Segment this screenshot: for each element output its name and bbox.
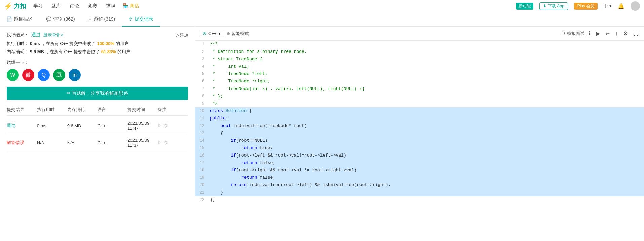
line-number: 5 [195,70,209,78]
logo[interactable]: ⚡ 力扣 [4,2,26,10]
avatar[interactable] [631,1,640,11]
download-app-button[interactable]: ⬇ 下载 App [539,2,568,10]
sub-add-1[interactable]: ▷ 添 [158,123,188,129]
code-line: 5 * TreeNode *left; [195,70,644,78]
nav-store[interactable]: 🏪 商店 [123,3,139,9]
sub-time-1: 0 ms [37,123,67,128]
nav-jobs[interactable]: 求职 [105,3,117,9]
comments-icon: 💬 [46,16,51,22]
line-content: } [209,189,644,196]
line-number: 8 [195,93,209,100]
plus-member-button[interactable]: Plus 会员 [574,3,598,10]
execution-time-row: 执行用时： 0 ms ，在所有 C++ 提交中击败了 100.00% 的用户 [7,41,188,47]
line-number: 15 [195,144,209,152]
code-line: 17 return false; [195,159,644,167]
tab-submissions-label: 提交记录 [135,16,153,22]
language-selector[interactable]: 中 ▾ [604,3,612,9]
sub-time-2: N/A [37,140,67,145]
nav-problems[interactable]: 题库 [50,3,62,9]
code-line: 8 * }; [195,93,644,100]
execution-result-section: 执行结果： 通过 显示详情 > ▷ 添加 执行用时： 0 ms ，在所有 C++… [7,32,188,55]
line-number: 16 [195,152,209,159]
line-content: return isUnivalTree(root->left) && isUni… [209,181,644,189]
nav-contest[interactable]: 竞赛 [86,3,99,9]
share-linkedin-button[interactable]: in [69,69,81,81]
logo-text: 力扣 [14,2,26,10]
line-content: * int val; [209,63,644,70]
code-editor[interactable]: 1/**2 * Definition for a binary tree nod… [195,41,644,241]
col-note: 备注 [158,107,188,113]
share-douban-button[interactable]: 豆 [53,69,65,81]
notification-icon[interactable]: 🔔 [618,3,624,9]
exec-time-suffix: 的用户 [116,41,129,47]
code-line: 16 if(root->left && root->val!=root->lef… [195,152,644,159]
col-submittime: 提交时间 [127,107,158,113]
language-selector[interactable]: ⊙ C++ ▾ [199,30,224,37]
write-solution-button[interactable]: ✏ 写题解，分享我的解题思路 [7,87,188,100]
line-number: 1 [195,41,209,48]
line-content: class Solution { [209,107,644,115]
execution-status: 通过 [31,32,41,38]
code-line: 15 return true; [195,144,644,152]
code-line: 7 * TreeNode(int x) : val(x), left(NULL)… [195,85,644,93]
tab-description[interactable]: 📄 题目描述 [0,12,39,27]
nav-discuss[interactable]: 讨论 [68,3,80,9]
line-content: * TreeNode *left; [209,70,644,78]
sub-add-2[interactable]: ▷ 添 [158,140,188,146]
code-line: 14 if(root==NULL) [195,137,644,144]
line-content: * Definition for a binary tree node. [209,48,644,56]
col-lang: 语言 [97,107,127,113]
code-line: 12 bool isUnivalTree(TreeNode* root) [195,122,644,130]
line-content: return false; [209,159,644,167]
share-qq-button[interactable]: Q [38,69,50,81]
col-memory: 内存消耗 [67,107,98,113]
smart-mode-toggle[interactable]: 智能模式 [227,31,249,37]
submissions-section: 提交结果 执行用时 内存消耗 语言 提交时间 备注 通过 0 ms 9.6 MB… [7,107,188,151]
share-weibo-button[interactable]: 微 [22,69,34,81]
line-content: bool isUnivalTree(TreeNode* root) [209,122,644,130]
line-number: 21 [195,189,209,196]
right-panel: ⊙ C++ ▾ 智能模式 ⏱ 模拟面试 ℹ ▶ ↩ ↕ ⚙ ⛶ 1/**2 * … [195,27,644,241]
line-number: 22 [195,196,209,204]
tab-solutions[interactable]: △ 题解 (319) [82,12,122,27]
line-number: 9 [195,100,209,107]
memory-suffix: 的用户 [117,49,130,55]
share-section: 炫耀一下： W 微 Q 豆 in [7,60,188,81]
line-number: 3 [195,56,209,63]
left-panel: 执行结果： 通过 显示详情 > ▷ 添加 执行用时： 0 ms ，在所有 C++… [0,27,195,241]
sub-submittime-2: 2021/05/09 11:37 [127,138,158,148]
exec-time-desc: ，在所有 C++ 提交中击败了 [41,41,96,47]
submission-row-1: 通过 0 ms 9.6 MB C++ 2021/05/09 11:47 ▷ 添 [7,117,188,134]
line-content: * }; [209,93,644,100]
mock-interview-label: 模拟面试 [567,31,584,37]
undo-icon[interactable]: ↩ [604,30,611,37]
add-button[interactable]: ▷ 添加 [176,32,188,38]
show-detail-link[interactable]: 显示详情 > [43,32,63,38]
terminal-icon[interactable]: ↕ [614,31,619,37]
tab-comments[interactable]: 💬 评论 (362) [39,12,82,27]
share-wechat-button[interactable]: W [7,69,19,81]
tabs-bar: 📄 题目描述 💬 评论 (362) △ 题解 (319) ⏱ 提交记录 [0,12,644,27]
info-icon[interactable]: ℹ [587,30,592,37]
run-icon[interactable]: ▶ [595,30,601,37]
nav-learn[interactable]: 学习 [32,3,44,9]
sub-status-2[interactable]: 解答错误 [7,140,37,146]
memory-label: 内存消耗： [7,49,29,55]
settings-icon[interactable]: ⚙ [622,30,629,37]
fullscreen-icon[interactable]: ⛶ [632,31,640,37]
line-content: }; [209,196,644,204]
language-label: C++ [208,31,217,36]
new-feature-button[interactable]: 新功能 [516,3,533,10]
line-content: */ [209,100,644,107]
tab-description-label: 题目描述 [14,16,33,22]
col-time: 执行用时 [37,107,67,113]
share-icons-row: W 微 Q 豆 in [7,69,188,81]
sub-submittime-1: 2021/05/09 11:47 [127,120,158,131]
editor-toolbar: ⊙ C++ ▾ 智能模式 ⏱ 模拟面试 ℹ ▶ ↩ ↕ ⚙ ⛶ [195,27,644,41]
line-content: * struct TreeNode { [209,56,644,63]
tab-submissions[interactable]: ⏱ 提交记录 [122,12,160,27]
sub-status-1[interactable]: 通过 [7,123,37,129]
memory-percent: 61.83% [101,49,116,54]
line-content: return false; [209,174,644,181]
mock-interview-button[interactable]: ⏱ 模拟面试 [561,31,584,37]
